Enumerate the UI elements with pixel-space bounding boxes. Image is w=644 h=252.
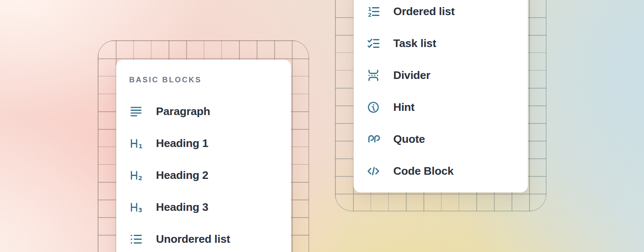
menu-item-label: Heading 3 [156, 201, 208, 214]
menu-item-label: Heading 1 [156, 137, 208, 150]
menu-item[interactable]: Code Block [353, 155, 528, 187]
menu-item-label: Ordered list [393, 5, 454, 18]
heading-2-icon [129, 168, 143, 182]
menu-item[interactable]: Task list [353, 27, 528, 59]
menu-item[interactable]: Hint [353, 91, 528, 123]
basic-blocks-menu: BASIC BLOCKS Paragraph Heading 1 Heading… [116, 60, 291, 252]
unordered-list-icon [129, 232, 143, 246]
menu-item[interactable]: Quote [353, 123, 528, 155]
menu-item-label: Divider [393, 69, 430, 82]
menu-item[interactable]: Heading 3 [116, 191, 291, 223]
menu-item[interactable]: Heading 2 [116, 159, 291, 191]
menu-item-label: Hint [393, 101, 415, 114]
quote-icon [366, 132, 380, 146]
menu-item-label: Task list [393, 37, 436, 50]
menu-item[interactable]: Paragraph [116, 95, 291, 127]
section-label: BASIC BLOCKS [129, 75, 291, 85]
menu-item-label: Paragraph [156, 105, 210, 118]
menu-list-left: Paragraph Heading 1 Heading 2 Heading 3 … [116, 95, 291, 252]
menu-item[interactable]: Heading 1 [116, 127, 291, 159]
code-block-icon [366, 164, 380, 178]
blocks-menu-right: Ordered list Task list Divider Hint Quot… [353, 0, 528, 192]
menu-item[interactable]: Unordered list [116, 223, 291, 252]
menu-list-right: Ordered list Task list Divider Hint Quot… [353, 0, 528, 187]
background: BASIC BLOCKS Paragraph Heading 1 Heading… [0, 0, 644, 252]
divider-icon [366, 68, 380, 82]
menu-item[interactable]: Divider [353, 59, 528, 91]
hint-icon [366, 100, 380, 114]
menu-item[interactable]: Ordered list [353, 0, 528, 27]
task-list-icon [366, 37, 380, 50]
paragraph-icon [129, 105, 143, 118]
ordered-list-icon [366, 5, 380, 18]
menu-item-label: Code Block [393, 165, 454, 178]
heading-3-icon [129, 200, 143, 214]
menu-item-label: Unordered list [156, 233, 230, 246]
menu-item-label: Quote [393, 133, 425, 146]
menu-item-label: Heading 2 [156, 169, 208, 182]
heading-1-icon [129, 136, 143, 150]
